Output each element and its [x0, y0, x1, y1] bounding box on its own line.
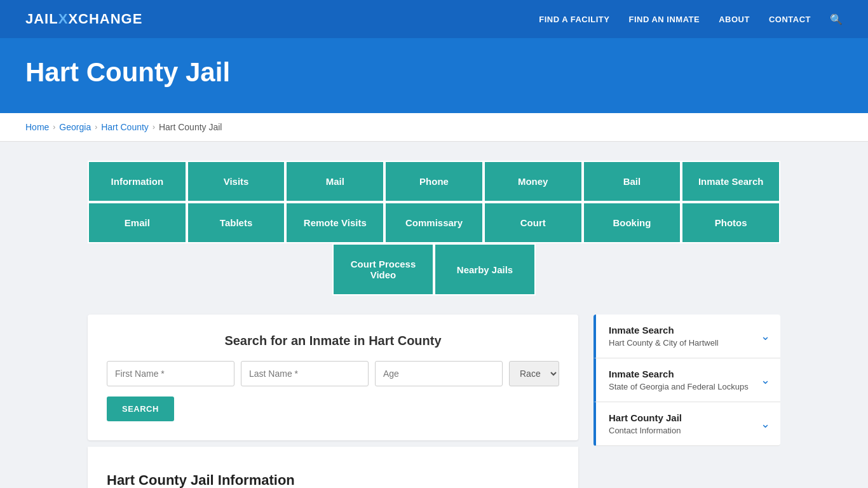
search-icon[interactable]: 🔍: [830, 13, 843, 25]
btn-commissary[interactable]: Commissary: [384, 202, 484, 243]
button-row-2: Email Tablets Remote Visits Commissary C…: [88, 202, 780, 243]
nav-links: FIND A FACILITY FIND AN INMATE ABOUT CON…: [539, 13, 843, 25]
btn-mail[interactable]: Mail: [285, 161, 384, 202]
logo-jail: JAIL: [25, 11, 58, 27]
chevron-down-icon-hart: ⌄: [761, 329, 770, 343]
info-box: Hart County Jail Information: [88, 447, 578, 488]
btn-inmate-search[interactable]: Inmate Search: [681, 161, 780, 202]
button-row-3: Court Process Video Nearby Jails: [88, 243, 780, 295]
button-row-1: Information Visits Mail Phone Money Bail…: [88, 161, 780, 202]
chevron-down-icon-contact: ⌄: [761, 417, 770, 431]
left-panel: Search for an Inmate in Hart County Race…: [88, 315, 578, 488]
sidebar-heading-state: Inmate Search: [609, 369, 749, 379]
main-content: Information Visits Mail Phone Money Bail…: [0, 142, 868, 488]
btn-photos[interactable]: Photos: [681, 202, 780, 243]
nav-find-inmate[interactable]: FIND AN INMATE: [628, 15, 700, 24]
btn-tablets[interactable]: Tablets: [187, 202, 286, 243]
logo[interactable]: JAILXXCHANGE: [25, 11, 142, 27]
page-title: Hart County Jail: [25, 57, 843, 88]
search-title: Search for an Inmate in Hart County: [107, 334, 559, 348]
btn-email[interactable]: Email: [88, 202, 187, 243]
btn-court[interactable]: Court: [484, 202, 583, 243]
btn-court-process-video[interactable]: Court Process Video: [332, 243, 434, 295]
btn-bail[interactable]: Bail: [583, 161, 682, 202]
search-inputs: Race: [107, 361, 559, 386]
breadcrumb-home[interactable]: Home: [25, 122, 49, 132]
breadcrumb-sep-1: ›: [53, 123, 55, 132]
sidebar-subtext-state: State of Georgia and Federal Lockups: [609, 382, 749, 391]
nav-contact[interactable]: CONTACT: [769, 15, 811, 24]
btn-money[interactable]: Money: [484, 161, 583, 202]
search-button[interactable]: SEARCH: [107, 396, 174, 421]
hero-banner: Hart County Jail: [0, 38, 868, 113]
nav-about[interactable]: ABOUT: [719, 15, 750, 24]
breadcrumb-sep-3: ›: [153, 123, 155, 132]
bottom-section: Search for an Inmate in Hart County Race…: [88, 315, 780, 488]
sidebar-item-text-state: Inmate Search State of Georgia and Feder…: [609, 369, 749, 391]
navbar: JAILXXCHANGE FIND A FACILITY FIND AN INM…: [0, 0, 868, 38]
sidebar-item-text-contact: Hart County Jail Contact Information: [609, 412, 682, 435]
chevron-down-icon-state: ⌄: [761, 373, 770, 387]
breadcrumb-georgia[interactable]: Georgia: [59, 122, 91, 132]
nav-find-facility[interactable]: FIND A FACILITY: [539, 15, 609, 24]
info-section-title: Hart County Jail Information: [107, 472, 559, 488]
sidebar-item-text-hart: Inmate Search Hart County & City of Hart…: [609, 325, 719, 348]
race-select[interactable]: Race: [509, 361, 559, 386]
first-name-input[interactable]: [107, 361, 234, 386]
logo-x: X: [58, 11, 69, 27]
btn-nearby-jails[interactable]: Nearby Jails: [434, 243, 536, 295]
btn-phone[interactable]: Phone: [384, 161, 484, 202]
sidebar-item-contact-info[interactable]: Hart County Jail Contact Information ⌄: [593, 402, 780, 446]
last-name-input[interactable]: [241, 361, 369, 386]
logo-xchange: XCHANGE: [68, 11, 142, 27]
sidebar-subtext-contact: Contact Information: [609, 426, 682, 435]
button-grid: Information Visits Mail Phone Money Bail…: [88, 161, 780, 295]
breadcrumb: Home › Georgia › Hart County › Hart Coun…: [25, 122, 843, 132]
btn-booking[interactable]: Booking: [583, 202, 682, 243]
btn-remote-visits[interactable]: Remote Visits: [285, 202, 384, 243]
sidebar-heading-contact: Hart County Jail: [609, 412, 682, 423]
sidebar-item-inmate-search-hart[interactable]: Inmate Search Hart County & City of Hart…: [593, 315, 780, 358]
btn-visits[interactable]: Visits: [187, 161, 286, 202]
breadcrumb-sep-2: ›: [95, 123, 97, 132]
sidebar: Inmate Search Hart County & City of Hart…: [593, 315, 780, 488]
age-input[interactable]: [375, 361, 503, 386]
sidebar-item-inmate-search-state[interactable]: Inmate Search State of Georgia and Feder…: [593, 358, 780, 402]
breadcrumb-bar: Home › Georgia › Hart County › Hart Coun…: [0, 113, 868, 142]
sidebar-heading-hart: Inmate Search: [609, 325, 719, 336]
breadcrumb-hart-county[interactable]: Hart County: [101, 122, 149, 132]
sidebar-subtext-hart: Hart County & City of Hartwell: [609, 338, 719, 348]
btn-information[interactable]: Information: [88, 161, 187, 202]
breadcrumb-current: Hart County Jail: [159, 122, 222, 132]
inmate-search-form: Search for an Inmate in Hart County Race…: [88, 315, 578, 440]
